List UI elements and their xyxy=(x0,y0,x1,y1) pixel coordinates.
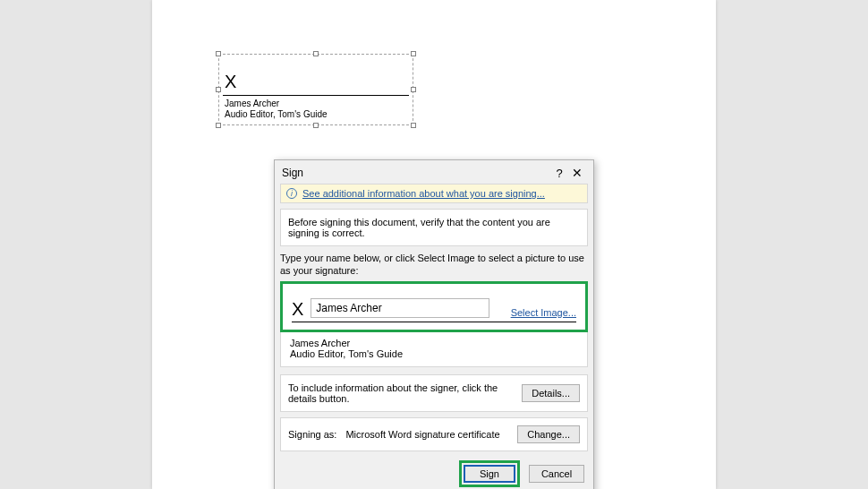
details-text: To include information about the signer,… xyxy=(288,382,513,404)
dialog-title: Sign xyxy=(282,167,550,179)
signer-name: James Archer xyxy=(290,338,578,348)
signature-input-row: X Select Image... xyxy=(288,289,580,320)
sign-button-highlight: Sign xyxy=(459,460,520,487)
close-button[interactable]: ✕ xyxy=(568,166,586,180)
verify-instruction-text: Before signing this document, verify tha… xyxy=(288,217,580,238)
signer-info-block: James Archer Audio Editor, Tom's Guide xyxy=(280,332,588,367)
signing-as-section: Signing as: Microsoft Word signature cer… xyxy=(280,417,588,451)
signature-signer-name: James Archer xyxy=(225,99,279,108)
additional-info-link[interactable]: See additional information about what yo… xyxy=(302,188,545,199)
resize-handle[interactable] xyxy=(411,123,416,128)
signer-title: Audio Editor, Tom's Guide xyxy=(290,348,578,359)
type-name-instruction: Type your name below, or click Select Im… xyxy=(280,252,588,278)
resize-handle[interactable] xyxy=(411,87,416,92)
signature-x-mark: X xyxy=(225,72,236,92)
signature-input-x-mark: X xyxy=(292,300,303,318)
resize-handle[interactable] xyxy=(313,51,319,56)
resize-handle[interactable] xyxy=(216,87,221,92)
cancel-button[interactable]: Cancel xyxy=(529,465,584,483)
info-icon: i xyxy=(286,188,297,199)
details-section: To include information about the signer,… xyxy=(280,374,588,412)
sign-dialog: Sign ? ✕ i See additional information ab… xyxy=(274,159,594,489)
change-button[interactable]: Change... xyxy=(517,425,580,443)
resize-handle[interactable] xyxy=(411,51,416,56)
verify-instruction-box: Before signing this document, verify tha… xyxy=(280,209,588,246)
resize-handle[interactable] xyxy=(216,51,221,56)
signature-line xyxy=(223,95,409,96)
signature-input-line xyxy=(292,322,576,322)
dialog-titlebar[interactable]: Sign ? ✕ xyxy=(275,160,593,184)
details-button[interactable]: Details... xyxy=(522,384,580,402)
signing-as-value: Microsoft Word signature certificate xyxy=(345,429,508,440)
signature-name-input[interactable] xyxy=(311,298,489,318)
sign-button[interactable]: Sign xyxy=(464,465,515,483)
signing-as-label: Signing as: xyxy=(288,429,336,440)
help-button[interactable]: ? xyxy=(550,167,568,180)
signature-line-object[interactable]: X James Archer Audio Editor, Tom's Guide xyxy=(218,54,413,125)
select-image-link[interactable]: Select Image... xyxy=(511,307,576,318)
info-bar: i See additional information about what … xyxy=(280,184,588,203)
signature-input-highlight: X Select Image... xyxy=(280,281,588,332)
resize-handle[interactable] xyxy=(313,123,319,128)
resize-handle[interactable] xyxy=(216,123,221,128)
dialog-button-row: Sign Cancel xyxy=(275,451,593,489)
signature-signer-title: Audio Editor, Tom's Guide xyxy=(225,109,328,119)
